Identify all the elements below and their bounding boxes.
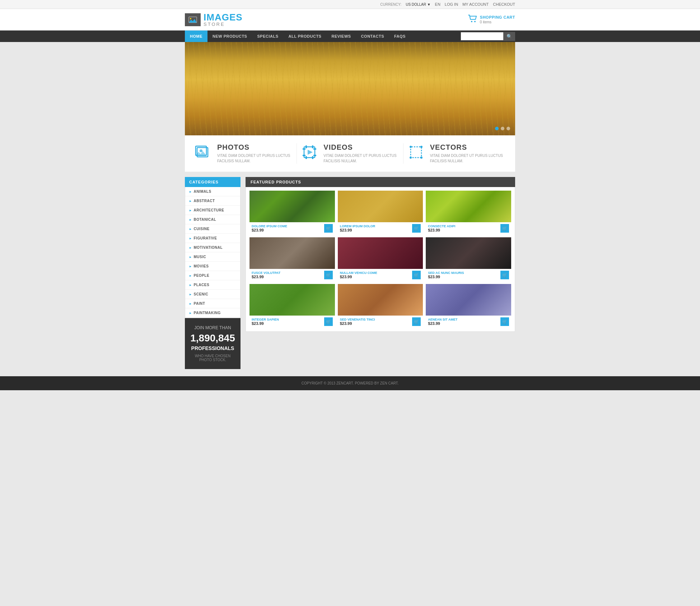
- myaccount-link[interactable]: MY ACCOUNT: [462, 2, 489, 6]
- vectors-icon: [407, 143, 425, 162]
- join-label: PROFESSIONALS: [190, 345, 235, 351]
- join-sub: WHO HAVE CHOSEN PHOTO STOCK.: [190, 354, 235, 362]
- svg-marker-19: [308, 150, 313, 155]
- products-area: FEATURED PRODUCTS DOLORE IPSUM COME $23.…: [246, 177, 515, 369]
- product-info-7: SED VENENATIS TINCI $23.99 🛒: [338, 316, 423, 328]
- search-button[interactable]: 🔍: [504, 32, 515, 41]
- add-to-cart-7[interactable]: 🛒: [412, 317, 421, 326]
- svg-rect-18: [313, 155, 316, 156]
- sidebar-item-motivational[interactable]: ▸ MOTIVATIONAL: [185, 243, 240, 252]
- product-price-0: $23.99: [252, 228, 287, 232]
- product-info-6: INTEGER SAPIEN $23.99 🛒: [249, 316, 335, 328]
- sidebar-item-people[interactable]: ▸ PEOPLE: [185, 271, 240, 280]
- nav-home[interactable]: HOME: [185, 31, 207, 42]
- categories-header: CATEGORIES: [185, 177, 241, 187]
- add-to-cart-2[interactable]: 🛒: [500, 224, 509, 233]
- product-name-3[interactable]: FUSCE VOLUTPAT: [252, 271, 280, 275]
- currency-value[interactable]: US DOLLAR ▼: [406, 3, 430, 6]
- sidebar-item-scenic[interactable]: ▸ SCENIC: [185, 290, 240, 299]
- add-to-cart-8[interactable]: 🛒: [500, 317, 509, 326]
- currency-label: CURRENCY:: [380, 3, 401, 6]
- sidebar-item-movies[interactable]: ▸ MOVIES: [185, 262, 240, 271]
- logo[interactable]: IMAGES STORE: [185, 13, 243, 27]
- header: IMAGES STORE SHOPPING CART 0 items: [0, 9, 700, 31]
- svg-point-24: [420, 157, 423, 159]
- product-thumbnail-6: [249, 284, 335, 316]
- language-link[interactable]: EN: [435, 2, 440, 6]
- sidebar: CATEGORIES ▸ ANIMALS ▸ ABSTRACT ▸ ARCHIT…: [185, 177, 241, 369]
- footer-text: COPYRIGHT © 2013 ZENCART. POWERED BY ZEN…: [302, 381, 399, 385]
- svg-point-5: [474, 21, 476, 22]
- vectors-desc: VITAE DIAM DOLORET UT PURUS LUCTUS FACIL…: [430, 153, 506, 164]
- sidebar-item-paintmaking[interactable]: ▸ PAINTMAKING: [185, 308, 240, 318]
- feature-photos-text: PHOTOS VITAE DIAM DOLORET UT PURUS LUCTU…: [217, 143, 293, 164]
- product-thumbnail-2: [426, 191, 511, 222]
- product-thumbnail-8: [426, 284, 511, 316]
- products-grid: DOLORE IPSUM COME $23.99 🛒 LOREM IPSUM D…: [246, 187, 515, 332]
- sidebar-item-botanical[interactable]: ▸ BOTANICAL: [185, 215, 240, 224]
- feature-videos-text: VIDEOS VITAE DIAM DOLORET UT PURUS LUCTU…: [323, 143, 399, 164]
- svg-point-22: [420, 146, 423, 148]
- product-name-6[interactable]: INTEGER SAPIEN: [252, 318, 279, 321]
- nav-contacts[interactable]: CONTACTS: [356, 31, 389, 42]
- product-name-5[interactable]: SED AC NUNC MAURIS: [428, 271, 464, 275]
- product-name-4[interactable]: NULLAM VEHICU COME: [340, 271, 377, 275]
- product-info-2: CONSECTE ADIPI $23.99 🛒: [426, 222, 511, 234]
- feature-vectors-text: VECTORS VITAE DIAM DOLORET UT PURUS LUCT…: [430, 143, 506, 164]
- add-to-cart-4[interactable]: 🛒: [412, 271, 421, 279]
- product-name-2[interactable]: CONSECTE ADIPI: [428, 224, 455, 228]
- nav-search: 🔍: [461, 32, 515, 41]
- product-card-8: AENEAN SIT AMET $23.99 🛒: [426, 284, 511, 328]
- navigation: HOME NEW PRODUCTS SPECIALS ALL PRODUCTS …: [0, 31, 700, 42]
- cart-box[interactable]: SHOPPING CART 0 items: [468, 14, 515, 25]
- nav-all-products[interactable]: ALL PRODUCTS: [283, 31, 326, 42]
- nav-new-products[interactable]: NEW PRODUCTS: [207, 31, 252, 42]
- sidebar-item-music[interactable]: ▸ MUSIC: [185, 252, 240, 262]
- product-thumbnail-0: [249, 191, 335, 222]
- add-to-cart-1[interactable]: 🛒: [412, 224, 421, 233]
- product-info-3: FUSCE VOLUTPAT $23.99 🛒: [249, 269, 335, 281]
- product-name-8[interactable]: AENEAN SIT AMET: [428, 318, 457, 321]
- svg-rect-16: [303, 155, 305, 156]
- cart-title: SHOPPING CART: [480, 15, 515, 20]
- svg-rect-11: [305, 145, 307, 148]
- product-card-6: INTEGER SAPIEN $23.99 🛒: [249, 284, 335, 328]
- nav-specials[interactable]: SPECIALS: [252, 31, 283, 42]
- product-name-0[interactable]: DOLORE IPSUM COME: [252, 224, 287, 228]
- hero-dot-2[interactable]: [501, 127, 504, 130]
- sidebar-item-paint[interactable]: ▸ PAINT: [185, 299, 240, 308]
- join-number: 1,890,845: [190, 332, 235, 344]
- product-thumbnail-5: [426, 237, 511, 269]
- featured-products-header: FEATURED PRODUCTS: [246, 177, 515, 187]
- sidebar-item-cuisine[interactable]: ▸ CUISINE: [185, 224, 240, 234]
- product-card-5: SED AC NUNC MAURIS $23.99 🛒: [426, 237, 511, 281]
- vectors-title: VECTORS: [430, 143, 506, 152]
- sidebar-item-animals[interactable]: ▸ ANIMALS: [185, 187, 240, 196]
- login-link[interactable]: LOG IN: [445, 2, 458, 6]
- add-to-cart-0[interactable]: 🛒: [324, 224, 333, 233]
- product-name-1[interactable]: LOREM IPSUM DOLOR: [340, 224, 375, 228]
- sidebar-item-architecture[interactable]: ▸ ARCHITECTURE: [185, 206, 240, 215]
- sidebar-item-places[interactable]: ▸ PLACES: [185, 280, 240, 290]
- add-to-cart-5[interactable]: 🛒: [500, 271, 509, 279]
- logo-store: STORE: [204, 22, 243, 27]
- hero-dot-3[interactable]: [507, 127, 510, 130]
- photos-title: PHOTOS: [217, 143, 293, 152]
- cart-icon: [468, 14, 478, 25]
- svg-rect-15: [303, 148, 305, 150]
- product-info-0: DOLORE IPSUM COME $23.99 🛒: [249, 222, 335, 234]
- add-to-cart-3[interactable]: 🛒: [324, 271, 333, 279]
- product-info-4: NULLAM VEHICU COME $23.99 🛒: [338, 269, 423, 281]
- nav-reviews[interactable]: REVIEWS: [326, 31, 356, 42]
- product-name-7[interactable]: SED VENENATIS TINCI: [340, 318, 375, 321]
- add-to-cart-6[interactable]: 🛒: [324, 317, 333, 326]
- product-thumbnail-7: [338, 284, 423, 316]
- sidebar-item-abstract[interactable]: ▸ ABSTRACT: [185, 196, 240, 206]
- sidebar-item-figurative[interactable]: ▸ FIGURATIVE: [185, 234, 240, 243]
- checkout-link[interactable]: CHECKOUT: [493, 2, 515, 6]
- hero-banner: [185, 42, 515, 135]
- search-input[interactable]: [461, 32, 504, 41]
- product-price-5: $23.99: [428, 275, 464, 279]
- hero-dot-1[interactable]: [495, 127, 499, 130]
- nav-faqs[interactable]: FAQS: [389, 31, 411, 42]
